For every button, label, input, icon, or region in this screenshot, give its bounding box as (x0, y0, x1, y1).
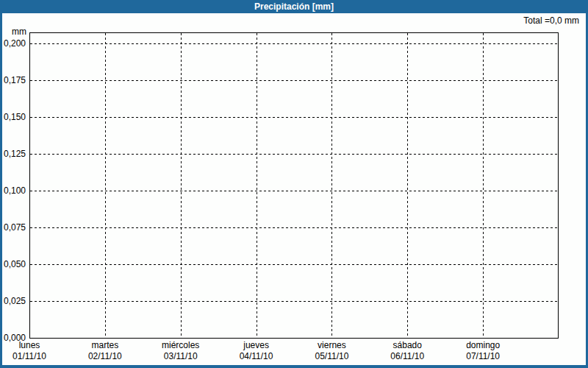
precipitation-chart-window: Precipitación [mm] Total =0,0 mm mm 0,20… (0, 0, 588, 368)
weekday-date: 05/11/10 (293, 351, 370, 362)
window-border-left (0, 13, 2, 365)
y-tick-label: 0,075 (0, 222, 26, 233)
y-gridline (30, 80, 558, 81)
weekday-date: 04/11/10 (218, 351, 295, 362)
y-tick-label: 0,125 (0, 149, 26, 159)
x-gridline (181, 33, 182, 338)
plot-area (29, 32, 559, 339)
weekday-name: lunes (0, 340, 68, 351)
weekday-name: viernes (293, 340, 370, 351)
weekday-name: domingo (445, 340, 521, 351)
y-tick-label: 0,150 (0, 112, 26, 122)
weekday-date: 01/11/10 (0, 351, 68, 362)
y-tick-label: 0,100 (0, 185, 26, 196)
x-day-label: sábado06/11/10 (369, 340, 445, 362)
y-gridline (30, 301, 558, 302)
weekday-name: martes (67, 340, 143, 351)
x-day-label: miércoles03/11/10 (143, 340, 219, 362)
weekday-date: 07/11/10 (445, 351, 521, 362)
y-gridline (30, 154, 558, 155)
y-gridline (30, 264, 558, 265)
y-axis-unit-label: mm (0, 26, 26, 37)
weekday-name: sábado (369, 340, 445, 351)
y-tick-label: 0,175 (0, 75, 26, 85)
weekday-date: 02/11/10 (67, 351, 143, 362)
x-day-label: domingo07/11/10 (445, 340, 521, 362)
title-bar: Precipitación [mm] (0, 0, 588, 13)
weekday-name: jueves (218, 340, 295, 351)
x-gridline (105, 33, 106, 338)
total-label: Total =0,0 mm (523, 15, 579, 26)
x-day-label: jueves04/11/10 (218, 340, 295, 362)
y-tick-label: 0,025 (0, 296, 26, 306)
y-gridline (30, 227, 558, 228)
x-day-label: lunes01/11/10 (0, 340, 68, 362)
x-gridline (483, 33, 484, 338)
weekday-name: miércoles (143, 340, 219, 351)
x-day-label: viernes05/11/10 (293, 340, 370, 362)
y-gridline (30, 117, 558, 118)
weekday-date: 03/11/10 (143, 351, 219, 362)
x-gridline (331, 33, 332, 338)
x-gridline (407, 33, 408, 338)
weekday-date: 06/11/10 (369, 351, 445, 362)
y-tick-label: 0,050 (0, 259, 26, 269)
chart-title: Precipitación [mm] (254, 1, 334, 12)
y-tick-label: 0,200 (0, 38, 26, 49)
x-gridline (257, 33, 257, 338)
window-border-bottom (0, 365, 588, 368)
x-day-label: martes02/11/10 (67, 340, 143, 362)
y-gridline (30, 191, 558, 191)
y-gridline (30, 43, 558, 44)
